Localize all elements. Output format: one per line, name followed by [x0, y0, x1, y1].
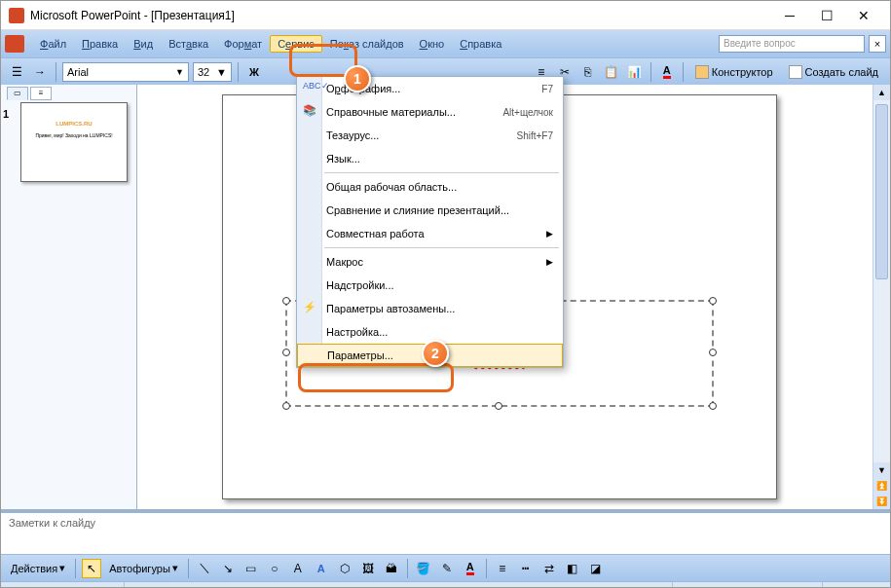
shadow-icon[interactable]: ◧: [563, 559, 582, 578]
wordart-icon[interactable]: A: [312, 559, 331, 578]
statusbar: Слайд 1 из 1 Оформление по умолчанию анг…: [1, 581, 890, 588]
next-slide-icon[interactable]: ⏬: [873, 494, 890, 509]
arrow-icon[interactable]: →: [30, 62, 50, 82]
scroll-thumb[interactable]: [875, 104, 888, 279]
menu-window[interactable]: Окно: [412, 35, 453, 53]
oval-icon[interactable]: ○: [265, 559, 284, 578]
menu-help[interactable]: Справка: [452, 35, 509, 53]
doc-close-button[interactable]: ×: [869, 35, 886, 53]
prev-slide-icon[interactable]: ⏫: [873, 478, 890, 494]
picture-icon[interactable]: 🏔: [382, 559, 401, 578]
status-icon: ⊠: [823, 582, 890, 588]
menu-research[interactable]: 📚Справочные материалы...Alt+щелчок: [297, 100, 563, 124]
notes-pane[interactable]: Заметки к слайду: [1, 509, 890, 554]
menu-spelling[interactable]: ABC✓Орфография...F7: [297, 77, 563, 100]
3d-icon[interactable]: ◪: [586, 559, 606, 578]
tab-slides[interactable]: ▭: [7, 87, 28, 100]
line-weight-icon[interactable]: ≡: [493, 559, 512, 578]
outline-toggle-icon[interactable]: ☰: [7, 62, 26, 82]
menu-view[interactable]: Вид: [126, 35, 161, 53]
dash-style-icon[interactable]: ┅: [516, 559, 536, 578]
tab-outline[interactable]: ≡: [30, 87, 52, 100]
arrow-style-icon[interactable]: ⇄: [539, 559, 559, 578]
textbox-icon[interactable]: A: [288, 559, 308, 578]
fill-color-icon[interactable]: 🪣: [414, 559, 433, 578]
bold-button[interactable]: Ж: [244, 62, 264, 82]
menu-language[interactable]: Язык...: [297, 147, 563, 170]
help-search-input[interactable]: Введите вопрос: [719, 35, 865, 53]
designer-button[interactable]: Конструктор: [689, 62, 779, 82]
spellcheck-icon: ABC✓: [303, 81, 318, 96]
paste-icon[interactable]: 📋: [602, 62, 621, 82]
callout-2: 2: [422, 340, 449, 367]
thumbnail-panel: ▭ ≡ 1 LUMPICS.RU Привет, мир! Заходи на …: [1, 85, 137, 509]
clipart-icon[interactable]: 🖼: [358, 559, 378, 578]
arrow-shape-icon[interactable]: ↘: [218, 559, 238, 578]
menu-file[interactable]: Файл: [32, 35, 74, 53]
slide-number: 1: [3, 108, 9, 120]
resize-handle[interactable]: [709, 402, 717, 410]
line-icon[interactable]: ＼: [195, 559, 214, 578]
font-color-icon[interactable]: A: [461, 559, 480, 578]
vertical-scrollbar[interactable]: ▲ ▼ ⏫ ⏬: [872, 85, 890, 509]
slide-thumbnail[interactable]: LUMPICS.RU Привет, мир! Заходи на LUMPIC…: [20, 102, 128, 182]
autoshapes-menu[interactable]: Автофигуры ▾: [105, 562, 182, 574]
resize-handle[interactable]: [495, 402, 502, 410]
resize-handle[interactable]: [282, 349, 290, 356]
new-slide-button[interactable]: Создать слайд: [783, 62, 884, 82]
app-icon: [9, 8, 24, 23]
scroll-up-icon[interactable]: ▲: [873, 85, 890, 100]
rectangle-icon[interactable]: ▭: [241, 559, 261, 578]
status-slide: Слайд 1 из 1: [1, 582, 125, 588]
diagram-icon[interactable]: ⬡: [335, 559, 354, 578]
menu-slideshow[interactable]: Показ слайдов: [322, 35, 412, 53]
menu-format[interactable]: Формат: [216, 35, 270, 53]
submenu-arrow-icon: ▶: [546, 257, 553, 267]
book-icon: 📚: [303, 104, 318, 120]
menu-addins[interactable]: Надстройки...: [297, 274, 563, 297]
menu-thesaurus[interactable]: Тезаурус...Shift+F7: [297, 124, 563, 147]
minimize-button[interactable]: ─: [771, 4, 808, 27]
maximize-button[interactable]: ☐: [808, 4, 845, 27]
menu-collaborate[interactable]: Совместная работа▶: [297, 222, 563, 245]
resize-handle[interactable]: [282, 297, 290, 305]
resize-handle[interactable]: [282, 402, 290, 410]
status-language[interactable]: английский (США): [673, 582, 823, 588]
submenu-arrow-icon: ▶: [546, 229, 553, 239]
scroll-down-icon[interactable]: ▼: [873, 462, 890, 478]
actions-menu[interactable]: Действия ▾: [7, 562, 69, 574]
menu-autocorrect[interactable]: ⚡Параметры автозамены...: [297, 297, 563, 320]
resize-handle[interactable]: [709, 297, 717, 305]
menu-shared-workspace[interactable]: Общая рабочая область...: [297, 175, 563, 199]
lightning-icon: ⚡: [303, 301, 318, 316]
notes-placeholder: Заметки к слайду: [9, 517, 95, 529]
drawing-toolbar: Действия ▾ ↖ Автофигуры ▾ ＼ ↘ ▭ ○ A A ⬡ …: [1, 554, 890, 581]
font-size-selector[interactable]: 32▼: [193, 62, 232, 82]
menu-edit[interactable]: Правка: [74, 35, 126, 53]
menu-insert[interactable]: Вставка: [161, 35, 216, 53]
select-arrow-icon[interactable]: ↖: [82, 559, 101, 578]
close-button[interactable]: ✕: [845, 4, 882, 27]
menu-macro[interactable]: Макрос▶: [297, 250, 563, 274]
titlebar: Microsoft PowerPoint - [Презентация1] ─ …: [1, 1, 890, 30]
line-color-icon[interactable]: ✎: [437, 559, 457, 578]
window-title: Microsoft PowerPoint - [Презентация1]: [30, 9, 771, 22]
menu-tools[interactable]: Сервис: [270, 35, 322, 53]
menu-compare[interactable]: Сравнение и слияние презентаций...: [297, 199, 563, 222]
callout-1: 1: [344, 65, 371, 92]
status-design: Оформление по умолчанию: [125, 582, 673, 588]
tools-dropdown: ABC✓Орфография...F7 📚Справочные материал…: [296, 76, 564, 368]
resize-handle[interactable]: [709, 349, 717, 356]
chart-icon[interactable]: 📊: [625, 62, 645, 82]
font-selector[interactable]: Arial▼: [62, 62, 189, 82]
app-menu-icon[interactable]: [5, 35, 24, 53]
menubar: Файл Правка Вид Вставка Формат Сервис По…: [1, 30, 890, 57]
copy-icon[interactable]: ⎘: [578, 62, 598, 82]
font-color-icon[interactable]: A: [657, 62, 677, 82]
